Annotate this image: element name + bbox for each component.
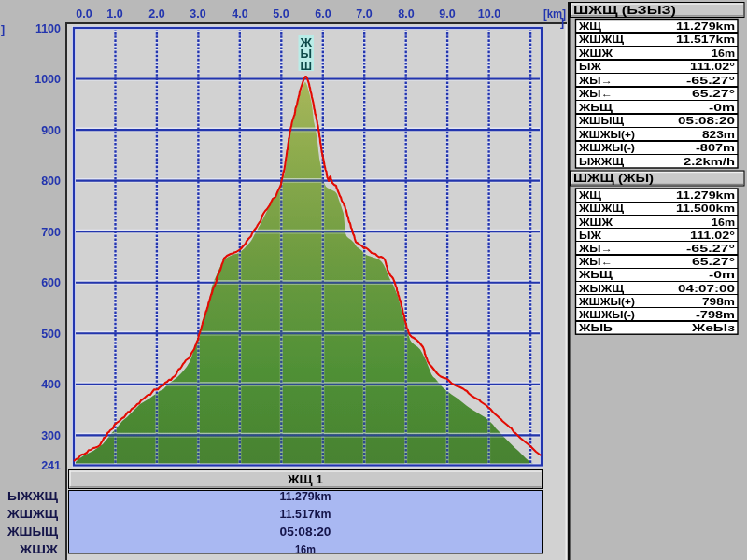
- svg-text:ЖШЖ: ЖШЖ: [578, 48, 613, 59]
- svg-text:16m: 16m: [712, 48, 735, 59]
- svg-text:16m: 16m: [295, 542, 316, 556]
- svg-text:11.517km: 11.517km: [676, 34, 735, 45]
- svg-text:8.0: 8.0: [398, 7, 414, 21]
- svg-text:65.27°: 65.27°: [692, 88, 736, 99]
- svg-text:0.0: 0.0: [76, 7, 92, 21]
- svg-text:ЖЫ→: ЖЫ→: [578, 75, 613, 86]
- svg-text:1.0: 1.0: [106, 7, 122, 21]
- svg-text:-798m: -798m: [696, 309, 735, 320]
- svg-text:ЖЬЩ: ЖЬЩ: [578, 102, 613, 113]
- svg-text:ЖШЖЫ(-): ЖШЖЫ(-): [578, 142, 635, 153]
- svg-text:11.279km: 11.279km: [676, 21, 735, 32]
- svg-text:ЫЖЖЩ: ЫЖЖЩ: [7, 489, 59, 503]
- svg-text:ЖЫЬ: ЖЫЬ: [578, 322, 613, 333]
- svg-text:ЖШЖЩ: ЖШЖЩ: [7, 507, 59, 521]
- svg-text:ЖЬЩ: ЖЬЩ: [578, 269, 613, 280]
- svg-text:ЖШЖ: ЖШЖ: [578, 217, 613, 228]
- svg-text:ШЖЩ (ЬЗЫЗ): ШЖЩ (ЬЗЫЗ): [573, 4, 676, 17]
- svg-text:1000: 1000: [35, 73, 61, 86]
- svg-text:ЖШЫЩ: ЖШЫЩ: [578, 115, 624, 126]
- svg-text:11.517km: 11.517km: [280, 507, 331, 521]
- svg-text:7.0: 7.0: [356, 7, 372, 21]
- svg-text:ЖЫ←: ЖЫ←: [578, 88, 613, 99]
- svg-text:2.2km/h: 2.2km/h: [684, 156, 735, 167]
- svg-text:798m: 798m: [702, 296, 735, 307]
- svg-text:Ш: Ш: [300, 60, 312, 73]
- svg-text:9.0: 9.0: [439, 7, 455, 21]
- svg-text:3.0: 3.0: [190, 7, 205, 21]
- svg-text:241: 241: [41, 459, 61, 472]
- svg-text:ЫЖ: ЫЖ: [579, 230, 602, 241]
- svg-text:11.279km: 11.279km: [280, 489, 331, 503]
- svg-text:823m: 823m: [702, 129, 735, 140]
- svg-text:ЖЫ→: ЖЫ→: [578, 243, 613, 254]
- svg-text:ЫЖЖЩ: ЫЖЖЩ: [579, 156, 624, 167]
- svg-text:111.02°: 111.02°: [690, 230, 735, 241]
- svg-text:700: 700: [41, 226, 61, 239]
- svg-text:5.0: 5.0: [273, 7, 289, 21]
- svg-text:]: ]: [1, 23, 5, 36]
- svg-text:500: 500: [41, 328, 61, 341]
- svg-text:11.500km: 11.500km: [676, 203, 735, 214]
- svg-text:-65.27°: -65.27°: [686, 75, 736, 86]
- svg-text:ЖШЖ: ЖШЖ: [19, 542, 58, 556]
- svg-text:2.0: 2.0: [148, 7, 164, 21]
- svg-text:04:07:00: 04:07:00: [678, 283, 735, 294]
- svg-text:05:08:20: 05:08:20: [280, 525, 331, 539]
- svg-text:]: ]: [560, 16, 564, 29]
- svg-text:ЖЩ 1: ЖЩ 1: [287, 473, 323, 486]
- svg-text:ЖШЖЫ(+): ЖШЖЫ(+): [578, 296, 635, 307]
- svg-text:10.0: 10.0: [478, 7, 500, 21]
- svg-text:ЖШЖЫ(-): ЖШЖЫ(-): [578, 309, 635, 320]
- svg-text:ЖЩ: ЖЩ: [578, 21, 601, 32]
- svg-text:300: 300: [41, 429, 61, 442]
- svg-text:800: 800: [41, 175, 61, 188]
- svg-text:900: 900: [41, 124, 61, 137]
- svg-text:05:08:20: 05:08:20: [678, 115, 735, 126]
- svg-text:ЖШЖЫ(+): ЖШЖЫ(+): [578, 129, 635, 140]
- svg-text:ЖШЫЩ: ЖШЫЩ: [7, 525, 59, 539]
- svg-text:ШЖЩ (ЖЫ): ШЖЩ (ЖЫ): [573, 172, 654, 185]
- svg-text:4.0: 4.0: [232, 7, 247, 21]
- svg-text:ЖЩ: ЖЩ: [578, 189, 601, 201]
- svg-text:11.279km: 11.279km: [676, 189, 735, 201]
- svg-text:16m: 16m: [712, 217, 735, 228]
- svg-text:ЖШЖЩ: ЖШЖЩ: [578, 34, 624, 45]
- svg-text:ЖеЫз: ЖеЫз: [691, 322, 736, 333]
- svg-text:ЖШЖЩ: ЖШЖЩ: [578, 203, 624, 214]
- svg-text:111.02°: 111.02°: [690, 61, 735, 72]
- svg-text:400: 400: [41, 378, 61, 391]
- svg-text:600: 600: [41, 276, 61, 289]
- svg-text:ЖЫЖЩ: ЖЫЖЩ: [578, 283, 624, 294]
- svg-text:-807m: -807m: [696, 142, 735, 153]
- svg-text:65.27°: 65.27°: [692, 256, 736, 267]
- svg-text:-65.27°: -65.27°: [686, 243, 736, 254]
- svg-text:6.0: 6.0: [315, 7, 331, 21]
- svg-text:-0m: -0m: [709, 269, 735, 280]
- svg-text:1100: 1100: [35, 22, 61, 35]
- svg-text:-0m: -0m: [709, 102, 735, 113]
- svg-text:ЫЖ: ЫЖ: [579, 61, 602, 72]
- svg-text:ЖЫ←: ЖЫ←: [578, 256, 613, 267]
